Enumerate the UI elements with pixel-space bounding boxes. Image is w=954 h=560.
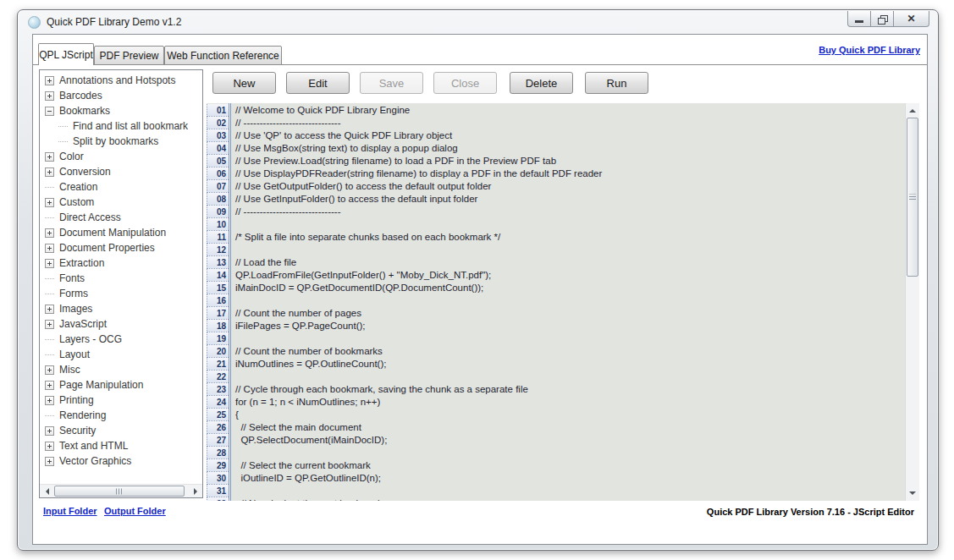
code-line <box>232 332 905 345</box>
tree-item-label: Annotations and Hotspots <box>58 74 175 86</box>
expander-plus-icon[interactable] <box>45 76 54 85</box>
tree-item-label: Direct Access <box>58 211 121 223</box>
code-line: // Use GetInputFolder() to access the de… <box>232 193 905 206</box>
line-number: 14 <box>207 269 229 282</box>
code-line: iOutlineID = QP.GetOutlineID(n); <box>232 472 905 485</box>
tree-item-label: Page Manipulation <box>58 379 143 391</box>
arrow-up-icon <box>909 106 916 113</box>
expander-plus-icon[interactable] <box>45 320 54 329</box>
title-bar[interactable]: Quick PDF Library Demo v1.2 <box>18 10 938 34</box>
tree-item[interactable]: JavaScript <box>42 316 201 332</box>
scroll-down-button[interactable] <box>906 486 919 501</box>
tree-item[interactable]: Split by bookmarks <box>42 134 201 149</box>
tree-connector <box>45 294 54 294</box>
expander-plus-icon[interactable] <box>45 152 54 162</box>
expander-plus-icon[interactable] <box>45 228 54 238</box>
line-number: 17 <box>207 307 229 320</box>
scroll-right-button[interactable] <box>189 485 202 497</box>
code-line: // ------------------------------ <box>232 206 905 218</box>
tree-item-label: Layout <box>58 349 90 360</box>
expander-plus-icon[interactable] <box>45 365 54 375</box>
jscript-code-editor[interactable]: 0102030405060708091011121314151617181920… <box>207 103 919 501</box>
tree-item[interactable]: Fonts <box>42 271 201 286</box>
expander-plus-icon[interactable] <box>45 167 54 177</box>
line-number: 30 <box>207 472 229 485</box>
tree-item[interactable]: Direct Access <box>42 210 201 225</box>
tree-item[interactable]: Forms <box>42 286 201 301</box>
line-number: 18 <box>207 320 229 332</box>
tree-item[interactable]: Annotations and Hotspots <box>42 73 201 88</box>
tree-item-label: Extraction <box>58 257 104 269</box>
tree-connector <box>45 187 54 188</box>
tab-qpl-jscript[interactable]: QPL JScript <box>38 43 94 65</box>
tree-item-label: Misc <box>58 364 80 376</box>
delete-button[interactable]: Delete <box>510 72 573 94</box>
tree-connector <box>45 339 54 340</box>
line-number: 09 <box>207 206 229 218</box>
expander-plus-icon[interactable] <box>45 259 54 268</box>
tree-item[interactable]: Printing <box>42 393 201 408</box>
tree-item[interactable]: Layout <box>42 347 201 362</box>
tree-item[interactable]: Images <box>42 301 201 316</box>
code-line: // Select the current bookmark <box>232 459 905 472</box>
tree-item-label: Forms <box>58 288 88 299</box>
tree-item[interactable]: Rendering <box>42 408 201 423</box>
tree-item[interactable]: Barcodes <box>42 88 201 103</box>
code-line: // Use Preview.Load(string filename) to … <box>232 155 905 167</box>
tree-item[interactable]: Text and HTML <box>42 438 201 453</box>
tree-item[interactable]: Color <box>42 149 201 164</box>
tree-item[interactable]: Security <box>42 423 201 438</box>
tree-item[interactable]: Bookmarks <box>42 103 201 118</box>
expander-plus-icon[interactable] <box>45 244 54 253</box>
tree-connector <box>58 141 68 142</box>
expander-plus-icon[interactable] <box>45 305 54 314</box>
code-line: // Use 'QP' to access the Quick PDF Libr… <box>232 129 905 142</box>
edit-button[interactable]: Edit <box>286 72 350 94</box>
tree-item[interactable]: Misc <box>42 362 201 377</box>
tree-item-label: Vector Graphics <box>58 455 131 467</box>
expander-plus-icon[interactable] <box>45 457 54 466</box>
expander-plus-icon[interactable] <box>45 396 54 405</box>
code-line <box>232 485 905 497</box>
tree-item[interactable]: Layers - OCG <box>42 332 201 347</box>
scroll-left-button[interactable] <box>40 485 53 497</box>
tab-web-function-reference[interactable]: Web Function Reference <box>164 46 282 65</box>
minimize-button[interactable] <box>847 11 871 27</box>
expander-plus-icon[interactable] <box>45 198 54 207</box>
tree-item[interactable]: Conversion <box>42 164 201 179</box>
tree-item-label: Document Properties <box>58 242 155 254</box>
tree-item-label: Document Manipulation <box>58 227 166 239</box>
code-line: // Count the number of pages <box>232 307 905 320</box>
tree-item[interactable]: Extraction <box>42 255 201 271</box>
vertical-scroll-thumb[interactable] <box>907 118 918 277</box>
buy-library-link[interactable]: Buy Quick PDF Library <box>819 45 920 55</box>
tree-item[interactable]: Document Manipulation <box>42 225 201 240</box>
expander-plus-icon[interactable] <box>45 91 54 101</box>
output-folder-link[interactable]: Output Folder <box>104 506 166 516</box>
expander-plus-icon[interactable] <box>45 426 54 436</box>
line-number: 21 <box>207 358 229 371</box>
tree-item[interactable]: Vector Graphics <box>42 453 201 469</box>
tree-item[interactable]: Creation <box>42 179 201 195</box>
scroll-up-button[interactable] <box>906 103 919 118</box>
window-title: Quick PDF Library Demo v1.2 <box>47 16 181 28</box>
expander-plus-icon[interactable] <box>45 381 54 390</box>
save-button: Save <box>360 72 423 94</box>
line-number: 29 <box>207 459 229 472</box>
tree-item[interactable]: Custom <box>42 195 201 210</box>
input-folder-link[interactable]: Input Folder <box>43 506 97 516</box>
tree-item[interactable]: Document Properties <box>42 240 201 255</box>
tree-item[interactable]: Page Manipulation <box>42 377 201 393</box>
horizontal-scroll-thumb[interactable] <box>54 486 185 497</box>
run-button[interactable]: Run <box>585 72 648 94</box>
expander-minus-icon[interactable] <box>45 107 54 116</box>
expander-plus-icon[interactable] <box>45 442 54 451</box>
new-button[interactable]: New <box>212 72 276 94</box>
tab-pdf-preview[interactable]: PDF Preview <box>94 46 164 65</box>
tree-item[interactable]: Find and list all bookmark <box>42 118 201 134</box>
restore-button[interactable] <box>871 11 894 27</box>
code-line <box>232 447 905 459</box>
close-button[interactable]: ✕ <box>894 11 929 27</box>
line-number: 05 <box>207 155 229 167</box>
line-number: 16 <box>207 294 229 307</box>
